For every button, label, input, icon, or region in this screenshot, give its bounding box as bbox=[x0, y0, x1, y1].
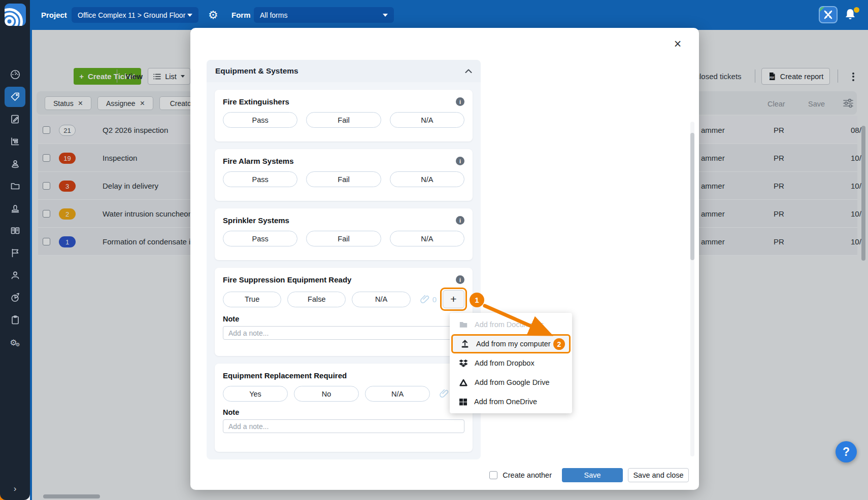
field-card-fire-suppression-equipment-ready: Fire Suppression Equipment Ready i True … bbox=[215, 268, 473, 356]
field-label: Sprinkler Systems bbox=[223, 216, 289, 225]
info-icon[interactable]: i bbox=[456, 157, 464, 165]
person-location-icon bbox=[10, 158, 21, 169]
option-fail-button[interactable]: Fail bbox=[306, 231, 381, 246]
option-na-button[interactable]: N/A bbox=[365, 386, 430, 402]
note-label: Note bbox=[223, 408, 464, 416]
project-selector[interactable]: Office Complex 11 > Ground Floor bbox=[72, 7, 198, 23]
create-another-checkbox[interactable] bbox=[489, 471, 497, 479]
save-and-close-button[interactable]: Save and close bbox=[628, 468, 689, 482]
sidebar-item-schedule[interactable] bbox=[5, 131, 25, 152]
sidebar: ⚙⚙ › bbox=[0, 30, 30, 500]
sidebar-item-dashboard[interactable] bbox=[5, 64, 25, 85]
form-selector[interactable]: All forms bbox=[254, 7, 394, 23]
form-value: All forms bbox=[260, 11, 287, 19]
chevron-up-icon[interactable] bbox=[465, 69, 472, 73]
option-na-button[interactable]: N/A bbox=[352, 292, 410, 307]
logo-waves-icon bbox=[5, 4, 26, 26]
sidebar-expand-button[interactable]: › bbox=[0, 484, 30, 494]
project-settings-gear-icon[interactable]: ⚙ bbox=[208, 0, 218, 30]
tag-icon bbox=[10, 91, 21, 102]
flag-icon bbox=[10, 247, 21, 259]
field-card-fire-alarm-systems: Fire Alarm Systems i Pass Fail N/A bbox=[215, 149, 473, 201]
form-label: Form bbox=[231, 0, 251, 30]
field-label: Fire Alarm Systems bbox=[223, 157, 294, 165]
google-drive-icon bbox=[459, 378, 468, 387]
save-button[interactable]: Save bbox=[562, 468, 623, 482]
sidebar-item-approvals[interactable] bbox=[5, 198, 25, 219]
modal-scrollbar-thumb[interactable] bbox=[690, 133, 694, 260]
sidebar-item-reports[interactable] bbox=[5, 288, 25, 308]
menu-item-add-from-google-drive[interactable]: Add from Google Drive bbox=[450, 373, 572, 392]
menu-item-add-from-onedrive[interactable]: Add from OneDrive bbox=[450, 392, 572, 411]
field-card-equipment-replacement-required: Equipment Replacement Required i Yes No … bbox=[215, 364, 473, 452]
option-fail-button[interactable]: Fail bbox=[306, 171, 381, 187]
field-label: Fire Suppression Equipment Ready bbox=[223, 275, 351, 284]
sidebar-item-settings[interactable]: ⚙⚙ bbox=[5, 332, 25, 352]
field-label: Equipment Replacement Required bbox=[223, 371, 347, 380]
create-another-label: Create another bbox=[503, 471, 552, 479]
folder-icon bbox=[459, 320, 468, 329]
paperclip-icon bbox=[440, 389, 449, 399]
option-na-button[interactable]: N/A bbox=[390, 231, 464, 246]
notifications-button[interactable] bbox=[844, 7, 860, 23]
project-value: Office Complex 11 > Ground Floor bbox=[78, 11, 185, 19]
attachment-menu: Add from Documents Add from my computer … bbox=[450, 313, 572, 413]
annotation-step2-badge: 2 bbox=[553, 338, 565, 350]
sidebar-item-flags[interactable] bbox=[5, 243, 25, 263]
app-logo[interactable] bbox=[5, 4, 26, 26]
sidebar-item-site-people[interactable] bbox=[5, 154, 25, 174]
section-header[interactable]: Equipment & Systems bbox=[207, 60, 481, 82]
option-pass-button[interactable]: Pass bbox=[223, 112, 297, 128]
menu-item-add-from-dropbox[interactable]: Add from Dropbox bbox=[450, 353, 572, 373]
dropbox-icon bbox=[459, 359, 468, 368]
modal-close-button[interactable]: × bbox=[670, 36, 685, 51]
info-icon[interactable]: i bbox=[456, 275, 464, 284]
menu-item-add-from-documents: Add from Documents bbox=[450, 315, 572, 334]
form-edit-icon bbox=[10, 114, 21, 125]
info-icon[interactable]: i bbox=[456, 216, 464, 225]
chevron-down-icon bbox=[187, 14, 192, 17]
option-no-button[interactable]: No bbox=[294, 386, 359, 402]
note-input[interactable] bbox=[223, 419, 464, 433]
option-false-button[interactable]: False bbox=[287, 292, 346, 307]
section-title: Equipment & Systems bbox=[215, 66, 298, 76]
app-switcher-button[interactable] bbox=[819, 6, 838, 23]
option-na-button[interactable]: N/A bbox=[390, 112, 464, 128]
onedrive-windows-icon bbox=[459, 398, 468, 406]
sidebar-item-people[interactable] bbox=[5, 265, 25, 285]
modal-footer: Create another Save Save and close bbox=[489, 468, 689, 482]
option-na-button[interactable]: N/A bbox=[390, 171, 464, 187]
sidebar-item-forms[interactable] bbox=[5, 109, 25, 129]
note-input[interactable] bbox=[223, 326, 464, 340]
option-yes-button[interactable]: Yes bbox=[223, 386, 288, 402]
menu-item-label: Add from Dropbox bbox=[475, 359, 535, 367]
add-attachment-button[interactable]: + bbox=[443, 290, 464, 308]
sidebar-item-files[interactable] bbox=[5, 176, 25, 196]
booklets-icon bbox=[10, 225, 21, 236]
close-icon: × bbox=[674, 37, 682, 51]
folder-icon bbox=[10, 181, 21, 192]
clipboard-icon bbox=[10, 314, 21, 326]
field-label: Fire Extinguishers bbox=[223, 97, 289, 106]
sidebar-item-tickets[interactable] bbox=[5, 87, 25, 107]
menu-item-label: Add from Documents bbox=[475, 320, 544, 329]
chevron-down-icon bbox=[383, 14, 388, 17]
option-pass-button[interactable]: Pass bbox=[223, 231, 297, 246]
menu-item-add-from-my-computer[interactable]: Add from my computer 2 bbox=[451, 334, 571, 353]
gantt-chart-icon bbox=[10, 136, 21, 147]
gears-icon: ⚙⚙ bbox=[10, 338, 20, 347]
option-pass-button[interactable]: Pass bbox=[223, 171, 297, 187]
annotation-step1-badge: 1 bbox=[470, 293, 484, 307]
sidebar-item-plans[interactable] bbox=[5, 310, 25, 330]
pie-chart-icon bbox=[10, 292, 21, 303]
project-label: Project bbox=[41, 0, 67, 30]
top-bar: Project Office Complex 11 > Ground Floor… bbox=[0, 0, 868, 30]
info-icon[interactable]: i bbox=[456, 97, 464, 106]
sidebar-item-specifications[interactable] bbox=[5, 221, 25, 241]
attachments-indicator: 0 bbox=[420, 295, 437, 304]
stamp-icon bbox=[10, 203, 21, 214]
field-card-fire-extinguishers: Fire Extinguishers i Pass Fail N/A bbox=[215, 90, 473, 141]
option-true-button[interactable]: True bbox=[223, 292, 281, 307]
option-fail-button[interactable]: Fail bbox=[306, 112, 381, 128]
help-button[interactable]: ? bbox=[836, 441, 857, 462]
